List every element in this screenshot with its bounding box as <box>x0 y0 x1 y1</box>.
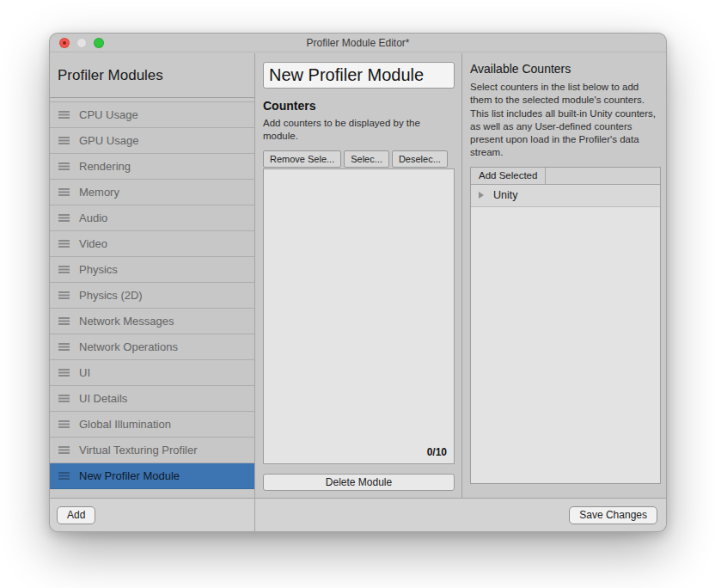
module-label: Virtual Texturing Profiler <box>79 444 198 456</box>
drag-handle-icon[interactable] <box>58 472 70 480</box>
module-list-item[interactable]: Memory <box>50 180 254 205</box>
module-label: Network Operations <box>79 340 178 353</box>
drag-handle-icon[interactable] <box>58 343 70 351</box>
module-label: Physics <box>79 263 118 276</box>
drag-handle-icon[interactable] <box>58 420 70 428</box>
module-list-item[interactable]: Audio <box>50 205 254 231</box>
module-label: Network Messages <box>79 315 174 328</box>
drag-handle-icon[interactable] <box>58 240 70 248</box>
profiler-module-editor-window: Profiler Module Editor* Profiler Modules… <box>49 33 667 532</box>
module-counters-list[interactable]: 0/10 <box>263 168 455 464</box>
module-label: UI Details <box>79 392 127 405</box>
module-list-item[interactable]: New Profiler Module <box>50 463 254 489</box>
module-name-input[interactable] <box>263 62 455 89</box>
add-selected-button[interactable]: Add Selected <box>471 168 546 184</box>
module-label: UI <box>79 366 90 379</box>
module-list-item[interactable]: Physics <box>50 257 254 283</box>
drag-handle-icon[interactable] <box>58 446 70 454</box>
available-counters-list[interactable]: Add Selected Unity <box>470 167 661 484</box>
drag-handle-icon[interactable] <box>58 369 70 377</box>
module-list-item[interactable]: GPU Usage <box>50 128 254 154</box>
module-list-item[interactable]: UI <box>50 360 254 386</box>
module-list: CPU UsageGPU UsageRenderingMemoryAudioVi… <box>50 101 254 489</box>
module-label: Global Illumination <box>79 418 171 431</box>
counters-description: Add counters to be displayed by the modu… <box>263 117 455 143</box>
module-label: Audio <box>79 211 107 224</box>
module-label: GPU Usage <box>79 134 138 147</box>
module-label: Memory <box>79 186 119 199</box>
counter-count: 0/10 <box>427 446 447 458</box>
module-list-item[interactable]: Virtual Texturing Profiler <box>50 438 254 463</box>
select-all-button[interactable]: Selec... <box>344 150 389 168</box>
window-title: Profiler Module Editor* <box>50 37 666 49</box>
expand-arrow-icon[interactable] <box>479 192 484 199</box>
module-list-item[interactable]: Network Operations <box>50 334 254 360</box>
module-list-item[interactable]: Network Messages <box>50 309 254 334</box>
module-label: New Profiler Module <box>79 469 180 482</box>
drag-handle-icon[interactable] <box>58 317 70 325</box>
modules-panel-title: Profiler Modules <box>50 53 254 98</box>
save-changes-button[interactable]: Save Changes <box>569 506 657 524</box>
counter-tree: Unity <box>471 185 660 207</box>
counters-toolbar: Remove Sele... Selec... Deselec... <box>263 150 455 168</box>
module-details-panel: Counters Add counters to be displayed by… <box>256 53 462 498</box>
available-counters-panel: Available Counters Select counters in th… <box>463 53 667 498</box>
module-label: Physics (2D) <box>79 289 143 302</box>
counter-tree-item[interactable]: Unity <box>471 185 660 207</box>
remove-selected-button[interactable]: Remove Sele... <box>263 150 341 168</box>
modules-panel: Profiler Modules CPU UsageGPU UsageRende… <box>50 53 255 498</box>
available-counters-toolbar: Add Selected <box>471 168 660 185</box>
module-label: Rendering <box>79 160 131 173</box>
titlebar: Profiler Module Editor* <box>50 34 666 52</box>
module-list-item[interactable]: Rendering <box>50 154 254 180</box>
add-module-button[interactable]: Add <box>57 506 95 524</box>
module-list-item[interactable]: Global Illumination <box>50 412 254 438</box>
bottom-bar-left: Add <box>50 499 255 531</box>
module-list-item[interactable]: UI Details <box>50 386 254 412</box>
module-list-item[interactable]: CPU Usage <box>50 102 254 128</box>
drag-handle-icon[interactable] <box>58 214 70 222</box>
module-list-item[interactable]: Video <box>50 231 254 257</box>
module-list-item[interactable]: Physics (2D) <box>50 283 254 309</box>
drag-handle-icon[interactable] <box>58 395 70 402</box>
counter-group-label: Unity <box>493 189 517 201</box>
drag-handle-icon[interactable] <box>58 188 70 196</box>
counters-title: Counters <box>263 99 455 113</box>
content: Profiler Modules CPU UsageGPU UsageRende… <box>50 53 666 498</box>
deselect-all-button[interactable]: Deselec... <box>392 150 448 168</box>
module-label: CPU Usage <box>79 108 138 121</box>
bottom-bar-right: Save Changes <box>569 499 666 531</box>
available-counters-description: Select counters in the list below to add… <box>470 81 661 160</box>
drag-handle-icon[interactable] <box>58 162 70 170</box>
module-label: Video <box>79 237 107 250</box>
available-counters-title: Available Counters <box>470 62 661 76</box>
drag-handle-icon[interactable] <box>58 291 70 299</box>
drag-handle-icon[interactable] <box>58 266 70 273</box>
drag-handle-icon[interactable] <box>58 137 70 144</box>
drag-handle-icon[interactable] <box>58 111 70 119</box>
bottom-bar: Add Save Changes <box>50 498 666 531</box>
delete-module-button[interactable]: Delete Module <box>263 474 455 491</box>
